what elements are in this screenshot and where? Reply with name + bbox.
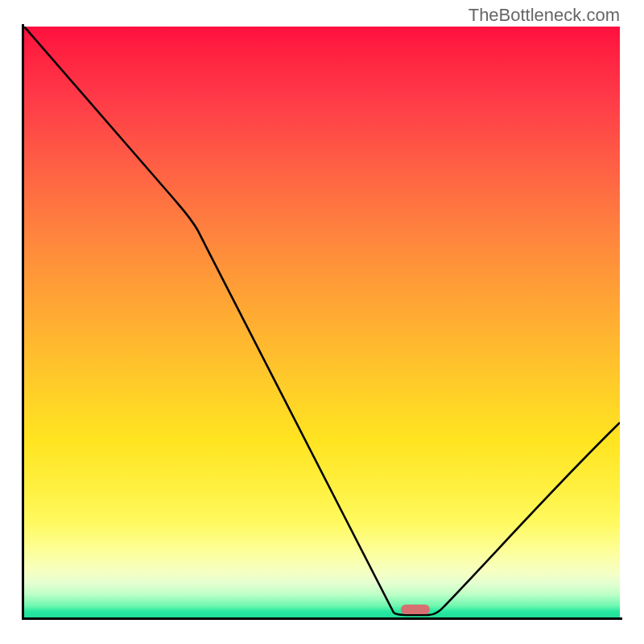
y-axis bbox=[22, 24, 24, 620]
optimal-marker bbox=[401, 605, 430, 614]
chart-container: TheBottleneck.com bbox=[0, 0, 644, 644]
curve-svg bbox=[24, 27, 620, 617]
watermark-text: TheBottleneck.com bbox=[469, 5, 620, 26]
bottleneck-curve-path bbox=[24, 27, 620, 615]
x-axis bbox=[22, 617, 622, 620]
